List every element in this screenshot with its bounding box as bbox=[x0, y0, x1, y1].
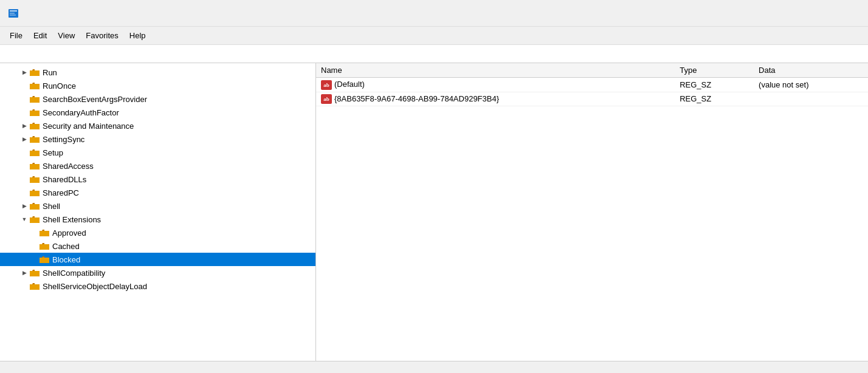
address-bar[interactable] bbox=[0, 45, 868, 63]
cell-data bbox=[754, 92, 868, 106]
tree-item-shell[interactable]: ▶Shell bbox=[0, 199, 315, 213]
svg-rect-15 bbox=[30, 217, 40, 223]
tree-item-shareddlls[interactable]: SharedDLLs bbox=[0, 173, 315, 186]
expand-arrow[interactable]: ▶ bbox=[19, 66, 29, 79]
tree-item-settingsync[interactable]: ▶SettingSync bbox=[0, 132, 315, 146]
svg-rect-20 bbox=[30, 284, 40, 290]
expand-arrow[interactable] bbox=[19, 159, 29, 173]
svg-rect-12 bbox=[30, 177, 40, 183]
minimize-button[interactable] bbox=[777, 4, 805, 23]
expand-arrow[interactable] bbox=[19, 146, 29, 159]
expand-arrow[interactable] bbox=[19, 92, 29, 106]
folder-icon bbox=[29, 67, 40, 77]
maximize-button[interactable] bbox=[805, 4, 833, 23]
expand-arrow[interactable] bbox=[29, 253, 39, 266]
registry-table: Name Type Data ab(Default)REG_SZ(value n… bbox=[316, 63, 868, 106]
tree-item-label: SettingSync bbox=[43, 135, 84, 144]
tree-item-label: SharedDLLs bbox=[43, 175, 86, 184]
tree-item-shellservice[interactable]: ShellServiceObjectDelayLoad bbox=[0, 279, 315, 293]
folder-icon bbox=[29, 134, 40, 144]
title-bar bbox=[0, 0, 868, 27]
svg-rect-14 bbox=[30, 204, 40, 210]
reg-value-icon: ab bbox=[321, 94, 332, 104]
table-row[interactable]: ab{8AB635F8-9A67-4698-AB99-784AD929F3B4}… bbox=[316, 92, 868, 106]
cell-data: (value not set) bbox=[754, 78, 868, 92]
tree-item-label: Approved bbox=[52, 228, 86, 238]
cell-name: ab(Default) bbox=[316, 78, 675, 92]
menu-help[interactable]: Help bbox=[125, 29, 151, 43]
svg-rect-9 bbox=[30, 137, 40, 143]
folder-icon bbox=[29, 94, 40, 104]
tree-item-setup[interactable]: Setup bbox=[0, 146, 315, 159]
window-controls bbox=[777, 4, 861, 23]
col-name: Name bbox=[316, 63, 675, 78]
svg-rect-16 bbox=[40, 231, 49, 236]
expand-arrow[interactable] bbox=[19, 279, 29, 293]
menu-favorites[interactable]: Favorites bbox=[81, 29, 123, 43]
tree-pane[interactable]: ▶RunRunOnceSearchBoxEventArgsProviderSec… bbox=[0, 63, 316, 361]
svg-rect-2 bbox=[10, 13, 15, 14]
folder-icon bbox=[29, 174, 40, 184]
tree-item-label: Shell Extensions bbox=[43, 215, 101, 224]
folder-icon bbox=[29, 201, 40, 211]
status-bar bbox=[0, 361, 868, 373]
tree-item-blocked[interactable]: Blocked bbox=[0, 253, 315, 266]
svg-rect-3 bbox=[10, 15, 16, 16]
tree-item-label: SecondaryAuthFactor bbox=[43, 108, 119, 117]
expand-arrow[interactable]: ▶ bbox=[19, 199, 29, 213]
expand-arrow[interactable] bbox=[19, 106, 29, 119]
tree-item-label: SharedAccess bbox=[43, 162, 94, 171]
folder-icon bbox=[29, 188, 40, 197]
folder-icon bbox=[29, 81, 40, 91]
folder-icon bbox=[29, 281, 40, 291]
menu-view[interactable]: View bbox=[53, 29, 80, 43]
tree-item-label: SearchBoxEventArgsProvider bbox=[43, 95, 147, 104]
expand-arrow[interactable]: ▶ bbox=[19, 119, 29, 132]
expand-arrow[interactable] bbox=[19, 79, 29, 92]
expand-arrow[interactable] bbox=[29, 239, 39, 253]
tree-item-shellcompat[interactable]: ▶ShellCompatibility bbox=[0, 266, 315, 279]
tree-item-securitymaint[interactable]: ▶Security and Maintenance bbox=[0, 119, 315, 132]
tree-item-sharedaccess[interactable]: SharedAccess bbox=[0, 159, 315, 173]
close-button[interactable] bbox=[833, 4, 861, 23]
cell-type: REG_SZ bbox=[675, 78, 754, 92]
svg-rect-10 bbox=[30, 151, 40, 156]
tree-item-label: SharedPC bbox=[43, 188, 79, 197]
expand-arrow[interactable]: ▶ bbox=[19, 132, 29, 146]
svg-rect-6 bbox=[30, 97, 40, 103]
tree-item-secondaryauth[interactable]: SecondaryAuthFactor bbox=[0, 106, 315, 119]
svg-rect-7 bbox=[30, 111, 40, 116]
reg-value-icon: ab bbox=[321, 80, 332, 90]
folder-icon bbox=[29, 161, 40, 171]
col-type: Type bbox=[675, 63, 754, 78]
tree-item-run[interactable]: ▶Run bbox=[0, 66, 315, 79]
tree-item-label: RunOnce bbox=[43, 81, 76, 91]
svg-rect-17 bbox=[40, 244, 49, 250]
menu-edit[interactable]: Edit bbox=[29, 29, 52, 43]
menu-file[interactable]: File bbox=[5, 29, 27, 43]
tree-item-runonce[interactable]: RunOnce bbox=[0, 79, 315, 92]
tree-item-searchbox[interactable]: SearchBoxEventArgsProvider bbox=[0, 92, 315, 106]
table-row[interactable]: ab(Default)REG_SZ(value not set) bbox=[316, 78, 868, 92]
expand-arrow[interactable]: ▼ bbox=[19, 213, 29, 226]
svg-rect-8 bbox=[30, 124, 40, 129]
expand-arrow[interactable] bbox=[19, 186, 29, 199]
tree-item-label: Run bbox=[43, 68, 57, 77]
folder-icon bbox=[39, 255, 50, 264]
tree-item-cached[interactable]: Cached bbox=[0, 239, 315, 253]
expand-arrow[interactable]: ▶ bbox=[19, 266, 29, 279]
tree-item-sharedpc[interactable]: SharedPC bbox=[0, 186, 315, 199]
right-pane: Name Type Data ab(Default)REG_SZ(value n… bbox=[316, 63, 868, 361]
menu-bar: File Edit View Favorites Help bbox=[0, 27, 868, 45]
tree-item-shellextensions[interactable]: ▼Shell Extensions bbox=[0, 213, 315, 226]
folder-icon bbox=[29, 121, 40, 131]
folder-icon bbox=[29, 214, 40, 224]
expand-arrow[interactable] bbox=[19, 173, 29, 186]
cell-type: REG_SZ bbox=[675, 92, 754, 106]
folder-icon bbox=[39, 241, 50, 251]
tree-item-label: ShellServiceObjectDelayLoad bbox=[43, 282, 147, 291]
expand-arrow[interactable] bbox=[29, 226, 39, 239]
svg-rect-11 bbox=[30, 164, 40, 169]
tree-item-approved[interactable]: Approved bbox=[0, 226, 315, 239]
tree-item-label: Security and Maintenance bbox=[43, 121, 134, 131]
